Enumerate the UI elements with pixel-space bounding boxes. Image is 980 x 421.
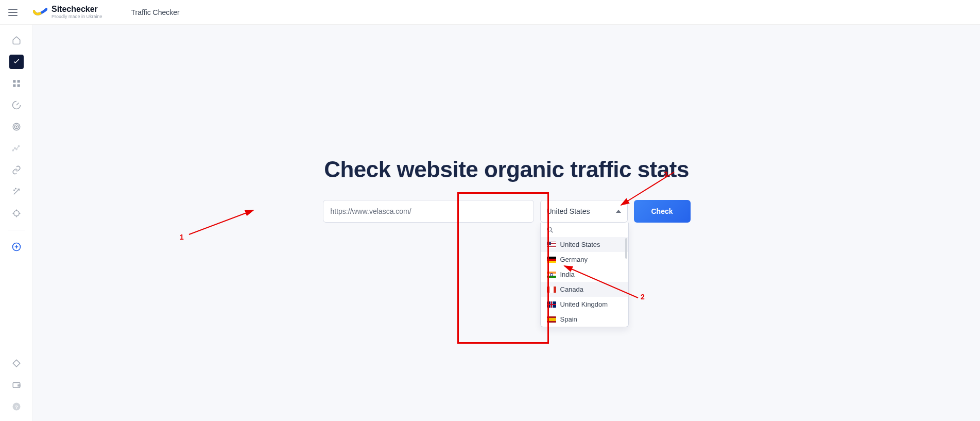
sidebar-magic[interactable] — [9, 184, 24, 199]
svg-point-13 — [13, 211, 19, 216]
search-icon — [546, 226, 554, 234]
sidebar-wallet[interactable] — [9, 378, 24, 392]
country-option[interactable]: India — [541, 267, 628, 282]
brand-name: Sitechecker — [51, 5, 102, 13]
svg-rect-2 — [13, 85, 15, 87]
sidebar-checker[interactable] — [9, 55, 24, 69]
country-option[interactable]: United Kingdom — [541, 297, 628, 312]
svg-point-10 — [18, 145, 19, 146]
brand-logo[interactable]: Sitechecker Proudly made in Ukraine — [33, 5, 102, 19]
menu-toggle-button[interactable] — [8, 6, 21, 19]
svg-point-18 — [547, 227, 551, 231]
svg-point-11 — [13, 190, 14, 191]
sidebar-link[interactable] — [9, 163, 24, 177]
country-selected-label: United States — [547, 207, 590, 215]
country-option-label: United Kingdom — [560, 300, 608, 308]
country-option[interactable]: Canada — [541, 282, 628, 297]
brand-tagline: Proudly made in Ukraine — [51, 14, 102, 19]
country-option-label: India — [560, 271, 575, 278]
hero-title: Check website organic traffic stats — [324, 157, 689, 182]
country-option-label: Canada — [560, 285, 584, 293]
dropdown-scrollbar[interactable] — [625, 238, 627, 259]
flag-icon — [547, 272, 556, 278]
country-option[interactable]: Germany — [541, 252, 628, 267]
flag-icon — [547, 242, 556, 248]
sidebar-home[interactable] — [9, 33, 24, 47]
country-dropdown: United StatesGermanyIndiaCanadaUnited Ki… — [540, 223, 629, 327]
svg-point-7 — [12, 150, 13, 151]
sidebar-help[interactable]: ? — [9, 399, 24, 414]
check-button[interactable]: Check — [634, 200, 691, 223]
svg-text:?: ? — [15, 404, 18, 410]
sidebar-grid[interactable] — [9, 76, 24, 91]
annotation-arrow-1 — [186, 206, 259, 237]
svg-rect-0 — [13, 80, 15, 82]
url-input[interactable] — [323, 200, 534, 223]
annotation-label-1: 1 — [180, 233, 184, 241]
svg-line-19 — [189, 210, 253, 234]
app-header: Sitechecker Proudly made in Ukraine Traf… — [0, 0, 980, 25]
sidebar-target[interactable] — [9, 120, 24, 134]
flag-icon — [547, 287, 556, 293]
sidebar-speed[interactable] — [9, 98, 24, 112]
country-select[interactable]: United States — [540, 200, 628, 223]
country-option-label: Spain — [560, 315, 577, 323]
country-option[interactable]: Spain — [541, 312, 628, 327]
svg-point-6 — [16, 126, 17, 127]
sidebar-add-button[interactable] — [9, 240, 24, 254]
flag-icon — [547, 316, 556, 323]
country-option[interactable]: United States — [541, 237, 628, 252]
sidebar-trend[interactable] — [9, 141, 24, 156]
svg-point-12 — [15, 188, 16, 189]
sidebar-divider — [8, 230, 25, 230]
svg-point-9 — [15, 148, 16, 149]
sidebar-crosshair[interactable] — [9, 206, 24, 221]
search-form: United States United StatesGermanyIndiaC… — [323, 200, 691, 223]
annotation-label-2: 2 — [641, 293, 645, 301]
svg-point-8 — [14, 147, 15, 148]
flag-icon — [547, 257, 556, 263]
sidebar-diamond[interactable] — [9, 356, 24, 371]
country-option-label: United States — [560, 241, 600, 248]
page-title: Traffic Checker — [131, 8, 180, 16]
dropdown-search[interactable] — [541, 223, 628, 237]
logo-icon — [33, 7, 47, 18]
caret-up-icon — [616, 210, 621, 213]
sidebar: ? — [0, 25, 33, 421]
flag-icon — [547, 301, 556, 308]
svg-rect-1 — [17, 80, 20, 82]
main-content: Check website organic traffic stats Unit… — [33, 25, 980, 421]
country-option-label: Germany — [560, 256, 588, 263]
svg-rect-3 — [17, 85, 20, 87]
